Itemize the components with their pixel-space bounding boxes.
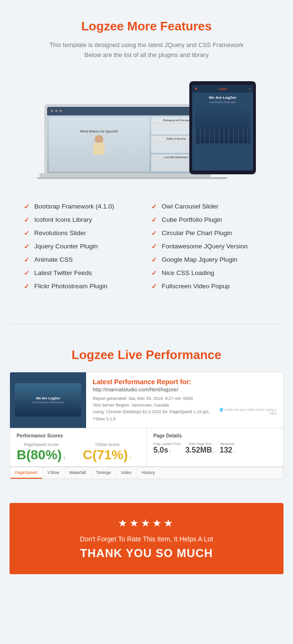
feature-label-3: Revolutions Slider [34, 229, 86, 237]
block-bar-1 [153, 122, 190, 123]
features-list: ✓ Bootsrap Framework (4.1.0) ✓ Icofont I… [14, 193, 279, 300]
laptop-top-bar [47, 107, 203, 115]
check-icon-2: ✓ [24, 216, 29, 224]
tablet-body: We Are LogZee Free Road to Destination [192, 93, 253, 146]
thankyou-section: ★★★★★ Don't Forget To Rate This Item, It… [10, 503, 283, 574]
feature-item-7: ✓ Flickr Photostream Plugin [24, 283, 142, 290]
requests-label: Requests [220, 442, 235, 445]
rate-text: Don't Forget To Rate This Item, It Helps… [19, 535, 274, 543]
yslow-score: YSlow Score C(71%) ↑ [83, 442, 132, 462]
feature-label-r2: Cube Portfolio Plugin [162, 216, 222, 223]
pagespeed-grade: B(80%) [17, 448, 62, 462]
feature-label-7: Flickr Photostream Plugin [34, 283, 107, 290]
yslow-label: YSlow Score [83, 442, 132, 447]
report-yslow-version: YSlow 3.1.8 [93, 416, 276, 422]
check-icon-4: ✓ [24, 243, 29, 250]
tab-yslow[interactable]: YSlow [42, 467, 65, 479]
scores-left: Performance Scores PageSpeed Score B(80%… [10, 428, 147, 466]
block-bar-5 [153, 159, 186, 160]
report-thumbnail: We Are LogZee Free Road to Destination [10, 372, 86, 428]
features-subtitle: This template is designed using the late… [14, 40, 279, 60]
page-size-detail: Total Page Size 3.52MB ↓ [186, 442, 215, 454]
scores-section-title: Performance Scores [17, 433, 140, 438]
check-icon-r4: ✓ [151, 243, 157, 250]
report-title: Latest Performance Report for: [93, 378, 276, 386]
feature-label-1: Bootsrap Framework (4.1.0) [34, 203, 114, 210]
performance-card: We Are LogZee Free Road to Destination L… [10, 372, 283, 480]
tablet-brand: LogZee [198, 87, 247, 90]
laptop-content-main: What Makes Us Special! [49, 117, 149, 171]
fully-loaded-label: Fully Loaded Time [154, 442, 181, 445]
features-right-col: ✓ Owl Carousel Slider ✓ Cube Portfolio P… [151, 203, 269, 290]
check-icon-r7: ✓ [151, 283, 157, 290]
tablet-logo-dot [195, 88, 197, 90]
tab-video[interactable]: Video [116, 467, 137, 479]
check-icon-5: ✓ [24, 256, 29, 264]
feature-item-r4: ✓ Fontawesome JQuery Version [151, 243, 269, 250]
feature-label-5: Animate CSS [34, 256, 73, 263]
section-divider [10, 323, 283, 324]
laptop-base [39, 173, 211, 177]
block-bar-4 [153, 142, 176, 143]
tab-timings[interactable]: Timings [91, 467, 116, 479]
tablet-outer: LogZee ≡ We Are LogZee Free Road to Dest… [189, 81, 256, 174]
tablet-subtitle: Free Road to Destination [195, 101, 250, 104]
cdn-note: 🌐 Looks like you might not be using a CD… [215, 408, 276, 415]
fully-loaded-value: 5.0s [154, 446, 168, 454]
block-bar-3 [153, 141, 190, 142]
laptop-dot-2 [55, 110, 58, 112]
performance-section: Logzee Live Performance We Are LogZee Fr… [0, 333, 293, 489]
thumbnail-logo: We Are LogZee [36, 397, 60, 400]
thumbnail-inner: We Are LogZee Free Road to Destination [15, 383, 81, 417]
device-mockup: What Makes Us Special! Packa [23, 75, 270, 179]
laptop-bottom [37, 177, 227, 179]
fully-loaded-arrow: ↑ [169, 449, 171, 454]
laptop-screen-outer: What Makes Us Special! Packa [44, 104, 206, 173]
features-section: Logzee More Features This template is de… [0, 0, 293, 314]
page-details-items: Fully Loaded Time 5.0s ↑ Total Page Size… [154, 442, 277, 454]
laptop-screen-inner: What Makes Us Special! Packa [47, 107, 203, 173]
block-bar-2 [153, 123, 181, 124]
laptop-screen-content: What Makes Us Special! Packa [47, 107, 203, 173]
feature-item-r5: ✓ Google Map Jquery Plugin [151, 256, 269, 264]
yslow-grade: C(71%) [83, 448, 128, 462]
score-items: PageSpeed Score B(80%) ↑ YSlow Score C(7… [17, 442, 140, 462]
check-icon-7: ✓ [24, 283, 29, 290]
laptop-screen-body: What Makes Us Special! Packa [47, 115, 203, 173]
feature-label-2: Icofont Icons Library [34, 216, 92, 223]
page-size-value: 3.52MB [186, 446, 212, 454]
page-size-arrow: ↓ [213, 449, 215, 454]
thumbnail-subtitle: Free Road to Destination [32, 401, 64, 404]
tab-waterfall[interactable]: Waterfall [65, 467, 91, 479]
tablet-bg-image [195, 105, 250, 143]
report-generated: Report generated: Sat, Dec 29, 2018, 8:2… [93, 395, 276, 402]
check-icon-1: ✓ [24, 203, 29, 210]
scores-right: Page Details Fully Loaded Time 5.0s ↑ To… [147, 428, 283, 466]
feature-item-r7: ✓ Fullscreen Video Popup [151, 283, 269, 290]
features-left-col: ✓ Bootsrap Framework (4.1.0) ✓ Icofont I… [24, 203, 142, 290]
cdn-icon: 🌐 [219, 408, 224, 411]
feature-item-r1: ✓ Owl Carousel Slider [151, 203, 269, 210]
fully-loaded-value-row: 5.0s ↑ [154, 446, 181, 454]
feature-label-r1: Owl Carousel Slider [162, 203, 218, 210]
report-info: Latest Performance Report for: http://ma… [86, 372, 283, 428]
page-wrapper: Logzee More Features This template is de… [0, 0, 293, 574]
features-title: Logzee More Features [14, 19, 279, 34]
report-tabs: PageSpeed YSlow Waterfall Timings Video … [10, 467, 283, 479]
tab-pagespeed[interactable]: PageSpeed [10, 467, 42, 479]
check-icon-r1: ✓ [151, 203, 157, 210]
pagespeed-score: PageSpeed Score B(80%) ↑ [17, 442, 66, 462]
tab-history[interactable]: History [137, 467, 160, 479]
requests-detail: Requests 132 ↓ [220, 442, 235, 454]
pagespeed-label: PageSpeed Score [17, 442, 66, 447]
feature-item-3: ✓ Revolutions Slider [24, 229, 142, 237]
laptop-figure [89, 135, 108, 159]
feature-item-6: ✓ Latest Twitter Feeds [24, 269, 142, 277]
feature-label-r4: Fontawesome JQuery Version [162, 243, 248, 250]
feature-item-1: ✓ Bootsrap Framework (4.1.0) [24, 203, 142, 210]
feature-item-r2: ✓ Cube Portfolio Plugin [151, 216, 269, 224]
feature-label-r7: Fullscreen Video Popup [162, 283, 230, 290]
fully-loaded-detail: Fully Loaded Time 5.0s ↑ [154, 442, 181, 454]
requests-value: 132 [220, 446, 233, 454]
yslow-arrow: ↑ [129, 455, 132, 462]
